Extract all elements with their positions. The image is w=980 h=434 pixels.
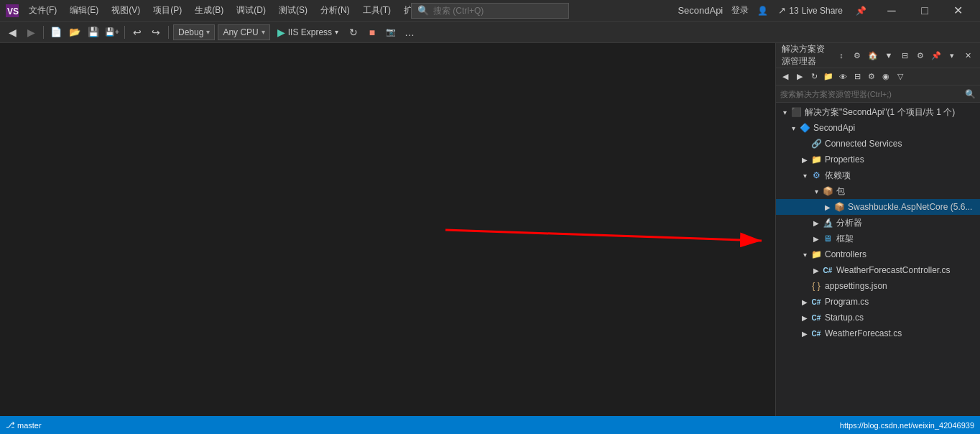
separator-3 <box>168 26 169 39</box>
new-project-button[interactable]: 📄 <box>48 24 64 40</box>
swash-chevron: ▶ <box>822 201 833 213</box>
menu-test[interactable]: 测试(S) <box>273 3 313 18</box>
panel-toolbar: ◀ ▶ ↻ 📁 👁 ⊟ ⚙ ◉ ▽ <box>776 68 980 86</box>
red-arrow-annotation <box>0 43 775 416</box>
swash-icon: 📦 <box>833 201 845 213</box>
platform-dropdown[interactable]: Any CPU <box>218 24 269 40</box>
toolbar-folder[interactable]: 📁 <box>822 70 835 83</box>
appsettings-node[interactable]: { } appsettings.json <box>776 278 980 294</box>
panel-pin-btn[interactable]: 📌 <box>930 49 943 62</box>
solution-tree: ▾ ⬛ 解决方案"SecondApi"(1 个项目/共 1 个) ▾ 🔷 Sec… <box>776 103 980 416</box>
panel-props-btn[interactable]: ⚙ <box>851 49 864 62</box>
editor-area <box>0 43 775 416</box>
wfc-chevron: ▶ <box>810 264 822 276</box>
startup-label: Startup.cs <box>825 313 864 323</box>
menu-project[interactable]: 项目(P) <box>147 3 188 18</box>
connected-label: Connected Services <box>825 139 902 149</box>
properties-label: Properties <box>825 154 864 165</box>
window-controls: ─ □ ✕ <box>875 0 974 22</box>
maximize-button[interactable]: □ <box>908 0 941 22</box>
swashbuckle-label: Swashbuckle.AspNetCore (5.6... <box>848 202 972 212</box>
panel-close-btn[interactable]: ✕ <box>961 49 974 62</box>
liveshare-button[interactable]: ↗ 13 Live Share <box>771 4 850 17</box>
startup-chevron: ▶ <box>799 312 810 323</box>
debug-config-label: Debug <box>178 27 203 37</box>
packages-node[interactable]: ▾ 📦 包 <box>776 183 980 199</box>
more-button[interactable]: … <box>402 24 417 40</box>
toolbar-back[interactable]: ◀ <box>779 70 792 83</box>
controllers-node[interactable]: ▾ 📁 Controllers <box>776 246 980 262</box>
refresh-button[interactable]: ↻ <box>346 24 361 40</box>
connected-services-node[interactable]: 🔗 Connected Services <box>776 136 980 152</box>
branch-status[interactable]: ⎇ master <box>6 420 42 430</box>
wf-label: WeatherForecast.cs <box>825 328 902 338</box>
debug-config-dropdown[interactable]: Debug <box>173 24 215 40</box>
deps-node[interactable]: ▾ ⚙ 依赖项 <box>776 167 980 183</box>
panel-dropdown-btn[interactable]: ▾ <box>946 49 958 62</box>
program-node[interactable]: ▶ C# Program.cs <box>776 294 980 310</box>
url-status: https://blog.csdn.net/weixin_42046939 <box>840 421 974 430</box>
pkg-chevron: ▾ <box>810 185 822 197</box>
menu-build[interactable]: 生成(B) <box>189 3 229 18</box>
run-icon: ▶ <box>277 27 285 38</box>
run-dropdown-arrow: ▾ <box>335 28 338 36</box>
menu-tools[interactable]: 工具(T) <box>357 3 397 18</box>
undo-button[interactable]: ↩ <box>129 24 145 40</box>
back-button[interactable]: ◀ <box>4 24 20 40</box>
appsettings-label: appsettings.json <box>825 281 887 291</box>
pin-icon[interactable]: 📌 <box>856 6 866 16</box>
menu-analyze[interactable]: 分析(N) <box>315 3 356 18</box>
liveshare-count: 13 <box>789 6 798 16</box>
menu-debug[interactable]: 调试(D) <box>231 3 272 18</box>
title-search-box[interactable]: 🔍 <box>411 3 569 19</box>
framework-label: 框架 <box>836 233 854 245</box>
solution-explorer-panel: 解决方案资源管理器 ↕ ⚙ 🏠 ▼ ⊟ ⚙ 📌 ▾ ✕ ◀ ▶ ↻ 📁 👁 ⊟ … <box>775 43 980 416</box>
redo-button[interactable]: ↪ <box>148 24 164 40</box>
minimize-button[interactable]: ─ <box>875 0 908 22</box>
search-input[interactable] <box>433 6 563 16</box>
forward-button[interactable]: ▶ <box>23 24 39 40</box>
project-label: SecondApi <box>813 123 855 133</box>
toolbar-showall[interactable]: 👁 <box>836 70 849 83</box>
menu-edit[interactable]: 编辑(E) <box>64 3 104 18</box>
screenshot-button[interactable]: 📷 <box>383 24 399 40</box>
save-all-button[interactable]: 💾+ <box>104 24 120 40</box>
weatherforecast-node[interactable]: ▶ C# WeatherForecast.cs <box>776 326 980 341</box>
swashbuckle-node[interactable]: ▶ 📦 Swashbuckle.AspNetCore (5.6... <box>776 199 980 215</box>
wfc-node[interactable]: ▶ C# WeatherForecastController.cs <box>776 262 980 278</box>
connected-icon: 🔗 <box>810 138 822 149</box>
framework-node[interactable]: ▶ 🖥 框架 <box>776 231 980 246</box>
close-button[interactable]: ✕ <box>941 0 974 22</box>
properties-node[interactable]: ▶ 📁 Properties <box>776 152 980 167</box>
toolbar-sync[interactable]: ↻ <box>808 70 820 83</box>
panel-home-btn[interactable]: 🏠 <box>866 49 879 62</box>
solution-root[interactable]: ▾ ⬛ 解决方案"SecondApi"(1 个项目/共 1 个) <box>776 104 980 120</box>
project-title: SecondApi <box>678 5 723 16</box>
panel-collapseall-btn[interactable]: ⊟ <box>898 49 911 62</box>
toolbar-filter[interactable]: ▽ <box>894 70 907 83</box>
analyzer-node[interactable]: ▶ 🔬 分析器 <box>776 215 980 231</box>
title-bar-right: SecondApi 登录 👤 ↗ 13 Live Share 📌 ─ □ ✕ <box>678 0 974 22</box>
startup-node[interactable]: ▶ C# Startup.cs <box>776 310 980 326</box>
solution-label: 解决方案"SecondApi"(1 个项目/共 1 个) <box>805 106 955 119</box>
toolbar-forward[interactable]: ▶ <box>793 70 806 83</box>
toolbar-collapse[interactable]: ⊟ <box>851 70 864 83</box>
menu-file[interactable]: 文件(F) <box>23 3 63 18</box>
stop-button[interactable]: ■ <box>364 24 380 40</box>
save-button[interactable]: 💾 <box>85 24 101 40</box>
run-button[interactable]: ▶ IIS Express ▾ <box>273 25 343 40</box>
panel-search-box[interactable]: 🔍 <box>776 86 980 103</box>
controllers-icon: 📁 <box>810 249 822 260</box>
panel-filter-btn[interactable]: ▼ <box>882 49 895 62</box>
panel-settings-btn[interactable]: ⚙ <box>914 49 927 62</box>
framework-chevron: ▶ <box>810 233 822 244</box>
toolbar-props[interactable]: ⚙ <box>865 70 878 83</box>
menu-view[interactable]: 视图(V) <box>106 3 146 18</box>
open-button[interactable]: 📂 <box>67 24 83 40</box>
project-node[interactable]: ▾ 🔷 SecondApi <box>776 120 980 136</box>
panel-sync-btn[interactable]: ↕ <box>835 49 848 62</box>
login-btn[interactable]: 登录 <box>726 3 754 18</box>
panel-search-input[interactable] <box>780 90 962 98</box>
user-icon: 👤 <box>757 6 768 16</box>
toolbar-preview[interactable]: ◉ <box>879 70 892 83</box>
